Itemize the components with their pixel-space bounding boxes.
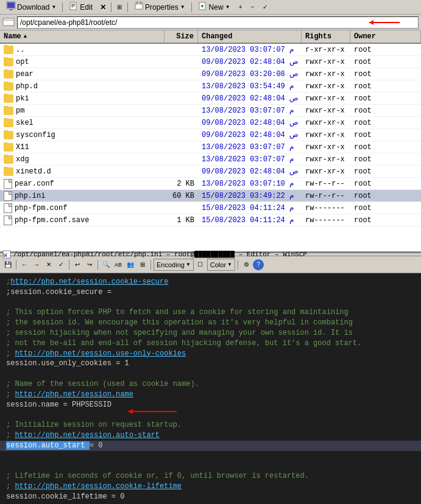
table-row[interactable]: php-fpm.conf 15/08/2023 04:11:24 م rw---… — [0, 202, 421, 214]
close-button[interactable]: ✕ — [97, 2, 108, 13]
cell-size: 1 KB — [165, 215, 198, 225]
file-name: php-fpm.conf — [15, 204, 67, 212]
main-toolbar: Download ▼ Edit ✕ ⊞ Properties ▼ — [0, 0, 421, 15]
cell-name: xinetd.d — [0, 167, 165, 177]
col-header-changed[interactable]: Changed — [198, 30, 302, 43]
svg-rect-3 — [70, 2, 76, 10]
download-button[interactable]: Download ▼ — [2, 1, 60, 13]
folder-icon — [4, 70, 13, 79]
cell-owner: root — [350, 142, 421, 152]
help-btn[interactable]: ? — [253, 259, 264, 270]
editor-title-text: /opt/cpanel/ea-php81/root/etc/php.ini – … — [13, 251, 307, 258]
winscp-icon: W — [2, 250, 11, 259]
esep5 — [238, 260, 238, 270]
table-row[interactable]: opt 09/08/2023 02:48:04 ص rwxr-xr-x root — [0, 56, 421, 68]
cell-owner: root — [350, 45, 421, 55]
editor-grid-btn[interactable]: ⊞ — [137, 259, 148, 270]
col-header-rights[interactable]: Rights — [302, 30, 350, 43]
cell-size — [165, 98, 198, 99]
encoding-dropdown-icon: ▼ — [186, 262, 191, 267]
table-row[interactable]: pear.conf 2 KB 13/08/2023 03:07:10 م rw-… — [0, 178, 421, 190]
cell-name: pear — [0, 69, 165, 79]
esep2 — [69, 260, 69, 270]
table-row[interactable]: php.d 13/08/2023 03:54:49 م rwxr-xr-x ro… — [0, 80, 421, 93]
editor-close-btn[interactable]: ✕ — [43, 259, 54, 270]
cell-changed: 13/08/2023 03:07:07 م — [198, 142, 302, 152]
table-row[interactable]: pki 09/08/2023 02:48:04 ص rwxr-xr-x root — [0, 93, 421, 105]
col-header-owner[interactable]: Owner — [350, 30, 421, 43]
table-row[interactable]: sysconfig 09/08/2023 02:48:04 ص rwxr-xr-… — [0, 129, 421, 141]
table-row[interactable]: pm 13/08/2023 03:07:07 م rwxr-xr-x root — [0, 105, 421, 117]
editor-content[interactable]: ;http://php.net/session.cookie-secure ;s… — [0, 273, 421, 504]
folder-icon — [4, 155, 13, 164]
cell-name: pki — [0, 94, 165, 103]
table-row[interactable]: skel 09/08/2023 02:48:04 ص rwxr-xr-x roo… — [0, 117, 421, 129]
table-row[interactable]: .. 13/08/2023 03:07:07 م r-xr-xr-x root — [0, 44, 421, 56]
editor-save-btn[interactable]: 💾 — [2, 259, 13, 270]
editor-users-btn[interactable]: 👥 — [125, 259, 136, 270]
table-row[interactable]: php.ini 60 KB 15/08/2023 03:49:22 م rw-r… — [0, 190, 421, 202]
color-checkbox[interactable]: ☐ — [195, 259, 206, 270]
table-row[interactable]: xinetd.d 09/08/2023 02:48:04 ص rwxr-xr-x… — [0, 166, 421, 178]
marks-button[interactable]: ⊞ — [114, 2, 125, 13]
file-list[interactable]: .. 13/08/2023 03:07:07 م r-xr-xr-x root … — [0, 44, 421, 251]
cell-size — [165, 159, 198, 160]
cell-rights: rw-r--r-- — [302, 191, 350, 201]
cell-owner: root — [350, 57, 421, 67]
settings-btn[interactable]: ⚙ — [241, 259, 252, 270]
edit-button[interactable]: Edit — [65, 1, 96, 13]
cell-size — [165, 147, 198, 148]
cell-name: pm — [0, 106, 165, 116]
table-row[interactable]: xdg 13/08/2023 03:07:07 م rwxr-xr-x root — [0, 153, 421, 166]
col-header-size[interactable]: Size — [165, 30, 198, 43]
properties-label: Properties — [145, 3, 179, 12]
editor-undo-btn[interactable]: ↩ — [72, 259, 83, 270]
properties-button[interactable]: Properties ▼ — [130, 1, 189, 13]
svg-rect-1 — [7, 2, 15, 8]
folder-icon — [4, 107, 13, 115]
editor-back-btn[interactable]: ← — [19, 259, 30, 270]
cell-name: php.ini — [0, 191, 165, 201]
checkmark-icon[interactable]: ✓ — [260, 2, 271, 13]
file-icon — [4, 203, 12, 213]
cell-name: php.d — [0, 82, 165, 91]
svg-text:W: W — [4, 253, 7, 259]
new-button[interactable]: New ▼ — [194, 1, 234, 13]
cell-owner: root — [350, 179, 421, 189]
folder-icon — [4, 143, 13, 152]
sort-indicator: ▲ — [24, 33, 27, 40]
editor-panel: 💾 ← → ✕ ✓ ↩ ↪ 🔍 AB 👥 ⊞ Encoding ▼ ☐ Colo… — [0, 256, 421, 504]
cell-name: skel — [0, 118, 165, 128]
table-row[interactable]: X11 13/08/2023 03:07:07 م rwxr-xr-x root — [0, 141, 421, 153]
cell-changed: 09/08/2023 02:48:04 ص — [198, 93, 302, 103]
editor-search-btn[interactable]: 🔍 — [101, 259, 111, 270]
color-button[interactable]: Color ▼ — [207, 259, 235, 271]
table-row[interactable]: pear 09/08/2023 03:20:08 ص rwxr-xr-x roo… — [0, 68, 421, 80]
column-headers: Name ▲ Size Changed Rights Owner — [0, 30, 421, 44]
address-input[interactable] — [17, 16, 419, 29]
cell-size — [165, 110, 198, 111]
cell-rights: rw------- — [302, 215, 350, 225]
cell-rights: rwxr-xr-x — [302, 130, 350, 140]
file-name: php-fpm.conf.save — [15, 216, 89, 225]
minus-icon[interactable]: − — [247, 2, 258, 13]
editor-redo-btn[interactable]: ↪ — [84, 259, 95, 270]
col-header-name[interactable]: Name ▲ — [0, 30, 165, 43]
encoding-button[interactable]: Encoding ▼ — [154, 259, 194, 271]
file-name: sysconfig — [16, 131, 55, 139]
folder-icon — [4, 131, 13, 139]
editor-mark-btn[interactable]: ✓ — [55, 259, 66, 270]
cell-rights: rwxr-xr-x — [302, 94, 350, 103]
add-icon[interactable]: + — [235, 2, 246, 13]
cell-changed: 15/08/2023 04:11:24 م — [198, 215, 302, 225]
editor-fwd-btn[interactable]: → — [31, 259, 42, 270]
cell-size — [165, 49, 198, 51]
file-icon — [4, 191, 12, 201]
cell-changed: 09/08/2023 02:48:04 ص — [198, 117, 302, 128]
table-row[interactable]: php-fpm.conf.save 1 KB 15/08/2023 04:11:… — [0, 214, 421, 226]
cell-name: sysconfig — [0, 130, 165, 140]
cell-rights: rwxr-xr-x — [302, 118, 350, 128]
editor-replace-btn[interactable]: AB — [113, 259, 124, 270]
cell-rights: r-xr-xr-x — [302, 45, 350, 55]
file-name: xdg — [16, 155, 29, 164]
